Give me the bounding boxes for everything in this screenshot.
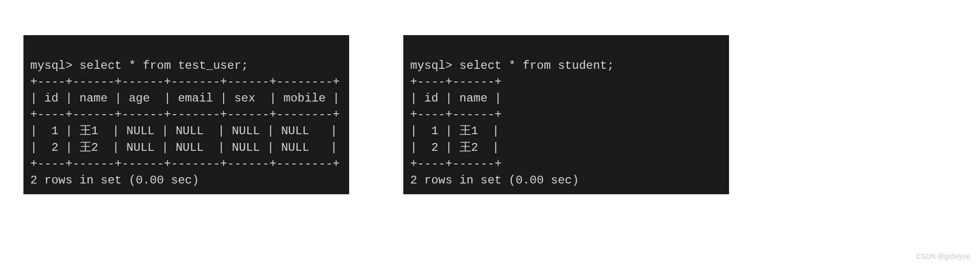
status-line: 2 rows in set (0.00 sec) — [410, 174, 579, 187]
table-border-mid: +----+------+------+-------+------+-----… — [30, 108, 340, 121]
table-row: | 2 | 王2 | — [410, 141, 499, 154]
mysql-terminal-left: mysql> select * from test_user; +----+--… — [23, 35, 349, 194]
table-row: | 1 | 王1 | — [410, 124, 499, 138]
table-border-top: +----+------+------+-------+------+-----… — [30, 75, 340, 88]
table-border-top: +----+------+ — [410, 75, 501, 88]
table-header: | id | name | age | email | sex | mobile… — [30, 92, 340, 105]
status-line: 2 rows in set (0.00 sec) — [30, 174, 199, 187]
table-border-bot: +----+------+------+-------+------+-----… — [30, 157, 340, 170]
sql-command: mysql> select * from test_user; — [30, 59, 248, 72]
sql-command: mysql> select * from student; — [410, 59, 614, 72]
table-header: | id | name | — [410, 92, 501, 105]
table-border-bot: +----+------+ — [410, 157, 501, 170]
watermark: CSDN @gobeyye — [916, 252, 970, 260]
table-row: | 1 | 王1 | NULL | NULL | NULL | NULL | — [30, 124, 337, 138]
table-border-mid: +----+------+ — [410, 108, 501, 121]
mysql-terminal-right: mysql> select * from student; +----+----… — [403, 35, 729, 194]
table-row: | 2 | 王2 | NULL | NULL | NULL | NULL | — [30, 141, 337, 154]
